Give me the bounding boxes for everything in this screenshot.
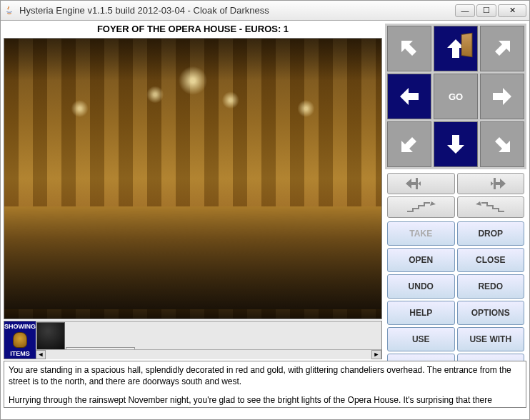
- inventory-items: Black velvet cloak ◄ ►: [36, 321, 381, 359]
- app-window: Hysteria Engine v1.1.5 build 2012-03-04 …: [0, 0, 530, 420]
- scene-floor: [4, 206, 382, 309]
- inventory-item-cloak[interactable]: [36, 322, 65, 351]
- go-north-button[interactable]: [434, 26, 478, 71]
- take-button[interactable]: TAKE: [387, 221, 455, 246]
- backpack-icon: [13, 332, 27, 348]
- drop-button[interactable]: DROP: [457, 221, 525, 246]
- stairs-up-button[interactable]: [387, 196, 455, 218]
- action-grid: TAKE DROP OPEN CLOSE UNDO REDO HELP OPTI…: [385, 221, 526, 380]
- turn-left-button[interactable]: [387, 173, 455, 194]
- narrative-line: You are standing in a spacious hall, spl…: [9, 364, 521, 387]
- go-northeast-button[interactable]: [480, 26, 524, 71]
- controls-column: GO TAKE DROP OPEN CLOSE: [385, 24, 526, 359]
- inventory-scrollbar[interactable]: ◄ ►: [36, 349, 381, 359]
- go-button[interactable]: GO: [434, 74, 478, 119]
- maximize-button[interactable]: ☐: [476, 4, 496, 17]
- go-east-button[interactable]: [480, 74, 524, 119]
- scroll-right-button[interactable]: ►: [371, 350, 381, 359]
- inventory-mode-tab[interactable]: SHOWING ITEMS: [4, 321, 36, 359]
- narrative-text[interactable]: You are standing in a spacious hall, spl…: [4, 361, 526, 408]
- window-title: Hysteria Engine v1.1.5 build 2012-03-04 …: [19, 5, 455, 16]
- minimize-button[interactable]: —: [455, 4, 475, 17]
- go-southeast-button[interactable]: [480, 121, 524, 167]
- go-northwest-button[interactable]: [387, 26, 431, 71]
- open-button[interactable]: OPEN: [387, 248, 455, 272]
- help-button[interactable]: HELP: [387, 301, 455, 325]
- java-icon: [4, 5, 15, 16]
- use-button[interactable]: USE: [387, 327, 455, 351]
- go-label: GO: [449, 91, 463, 102]
- content-area: FOYER OF THE OPERA HOUSE - EUROS: 1 SHOW…: [1, 21, 529, 419]
- redo-button[interactable]: REDO: [457, 274, 525, 299]
- inventory-panel: SHOWING ITEMS Black velvet cloak ◄ ►: [4, 321, 382, 359]
- compass-grid: GO: [385, 24, 526, 169]
- scene-image: [4, 38, 382, 319]
- go-south-button[interactable]: [434, 121, 478, 167]
- stairs-down-button[interactable]: [457, 196, 525, 218]
- options-button[interactable]: OPTIONS: [457, 301, 525, 325]
- use-with-button[interactable]: USE WITH: [457, 327, 525, 351]
- go-southwest-button[interactable]: [387, 121, 431, 167]
- upper-panel: FOYER OF THE OPERA HOUSE - EUROS: 1 SHOW…: [4, 24, 526, 359]
- inventory-tab-bottom: ITEMS: [10, 350, 30, 357]
- titlebar: Hysteria Engine v1.1.5 build 2012-03-04 …: [1, 1, 529, 21]
- close-button-action[interactable]: CLOSE: [457, 248, 525, 272]
- turn-right-button[interactable]: [457, 173, 525, 194]
- close-button[interactable]: ✕: [498, 4, 526, 17]
- inventory-tab-top: SHOWING: [4, 323, 36, 330]
- go-west-button[interactable]: [387, 74, 431, 119]
- location-header: FOYER OF THE OPERA HOUSE - EUROS: 1: [4, 24, 382, 38]
- door-icon: [461, 33, 473, 58]
- turn-stairs-panel: [385, 171, 526, 220]
- scene-column: FOYER OF THE OPERA HOUSE - EUROS: 1 SHOW…: [4, 24, 382, 359]
- narrative-line: Hurrying through the rainswept November …: [9, 394, 521, 406]
- scroll-left-button[interactable]: ◄: [36, 350, 46, 359]
- window-controls: — ☐ ✕: [455, 4, 526, 17]
- undo-button[interactable]: UNDO: [387, 274, 455, 299]
